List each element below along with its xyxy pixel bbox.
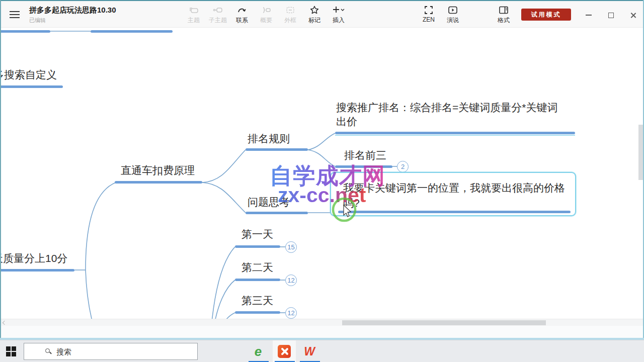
horizontal-scrollbar-thumb[interactable] <box>342 320 546 325</box>
xmind-icon <box>278 345 291 358</box>
taskbar-wps-button[interactable]: W <box>298 340 321 362</box>
taskbar: e W 英 9:56 2023/10/30 <box>0 340 644 362</box>
toolbar-subtopic-button[interactable]: 子主题 <box>206 5 230 27</box>
node-quality-score-underline <box>0 269 74 272</box>
node-top-three[interactable]: 排名前三 <box>344 148 386 162</box>
start-button[interactable] <box>6 346 16 356</box>
node-ranking-formula-highlight <box>335 135 575 136</box>
wps-icon: W <box>304 346 315 357</box>
toolbar-topic-button[interactable]: 主题 <box>182 5 206 27</box>
document-status: 已编辑 <box>29 17 46 24</box>
window-border <box>0 0 1 340</box>
badge-day2[interactable]: 12 <box>285 275 297 286</box>
windows-logo-icon <box>6 346 11 351</box>
toolbar-format-button[interactable]: 格式 <box>493 5 515 27</box>
boundary-icon <box>278 5 302 16</box>
topic-icon <box>182 5 206 16</box>
taskbar-search-box[interactable] <box>24 343 198 360</box>
close-button[interactable] <box>625 8 641 22</box>
titlebar: 拼多多起店玩法思路10.30 已编辑 主题 子主题 联系 <box>0 1 644 28</box>
taskbar-xmind-button[interactable] <box>273 340 296 362</box>
node-day1-underline <box>235 245 280 248</box>
node-search-custom-underline <box>0 85 63 88</box>
badge-day3[interactable]: 12 <box>285 307 297 319</box>
click-ring-and-cursor <box>330 195 362 224</box>
node-question-thinking-underline <box>246 212 308 214</box>
node-day3[interactable]: 第三天 <box>242 294 273 308</box>
star-icon <box>302 5 327 16</box>
document-title: 拼多多起店玩法思路10.30 <box>29 6 116 15</box>
node-ranking-rules-underline <box>246 148 308 151</box>
node-ranking-formula-line2[interactable]: 出价 <box>336 115 357 129</box>
badge-top-three[interactable]: 2 <box>397 161 409 172</box>
taskbar-browser-button[interactable]: e <box>247 340 270 362</box>
search-input[interactable] <box>56 347 177 356</box>
toolbar-summary-button[interactable]: 概要 <box>254 5 278 27</box>
window-border <box>0 0 644 1</box>
toolbar-insert-button[interactable]: 插入 <box>327 5 351 27</box>
menu-hamburger-icon[interactable] <box>9 10 20 20</box>
node-day1[interactable]: 第一天 <box>242 227 273 241</box>
selected-node-underline <box>338 211 571 213</box>
node-quality-score[interactable]: 天质量分上10分 <box>0 251 67 265</box>
toolbar-present-button[interactable]: 演说 <box>442 5 464 27</box>
node-day2-underline <box>235 279 280 281</box>
scroll-left-icon[interactable] <box>3 321 7 325</box>
maximize-button[interactable] <box>603 8 619 22</box>
trial-mode-button[interactable]: 试用模式 <box>521 9 571 21</box>
mouse-cursor-icon <box>344 205 351 217</box>
node-ranking-formula-underline <box>335 132 575 134</box>
node-search-custom[interactable]: 多搜索自定义 <box>0 68 57 82</box>
browser-icon: e <box>255 345 262 358</box>
node-day3-underline <box>235 311 280 314</box>
relationship-icon <box>230 5 254 16</box>
minimize-icon <box>586 15 592 16</box>
node-ranking-formula-line1[interactable]: 搜索推广排名：综合排名=关键词质量分*关键词 <box>336 101 557 115</box>
summary-icon <box>254 5 278 16</box>
clipped-top-node-underline[interactable] <box>0 30 50 33</box>
clipped-top-node-underline[interactable] <box>91 30 173 33</box>
subtopic-icon <box>206 5 230 16</box>
screen: 拼多多起店玩法思路10.30 已编辑 主题 子主题 联系 <box>0 0 644 362</box>
window-bottom-strip <box>0 326 644 338</box>
node-day2[interactable]: 第二天 <box>242 260 273 275</box>
horizontal-scrollbar[interactable] <box>0 319 644 326</box>
minimize-button[interactable] <box>581 8 597 22</box>
plus-caret-icon <box>327 5 351 16</box>
play-icon <box>442 5 464 16</box>
toolbar-marker-button[interactable]: 标记 <box>302 5 327 27</box>
badge-day1[interactable]: 15 <box>285 241 297 253</box>
toolbar-zen-button[interactable]: ZEN <box>418 5 440 27</box>
toolbar-boundary-button[interactable]: 外框 <box>278 5 302 27</box>
toolbar-relationship-button[interactable]: 联系 <box>230 5 254 27</box>
close-icon <box>630 12 636 19</box>
node-zhitongche-underline <box>115 181 202 184</box>
toolbar: 主题 子主题 联系 概要 <box>182 5 351 27</box>
zen-mode-icon <box>418 5 440 16</box>
mindmap-canvas[interactable]: 多搜索自定义 天质量分上10分 直通车扣费原理 排名规则 搜索推广排名：综合排名… <box>0 28 644 319</box>
maximize-icon <box>608 13 614 18</box>
format-panel-icon <box>493 5 515 16</box>
search-icon <box>45 348 51 354</box>
node-ranking-rules[interactable]: 排名规则 <box>248 132 290 146</box>
vertical-scrollbar[interactable] <box>638 125 643 180</box>
node-zhitongche[interactable]: 直通车扣费原理 <box>121 163 195 177</box>
